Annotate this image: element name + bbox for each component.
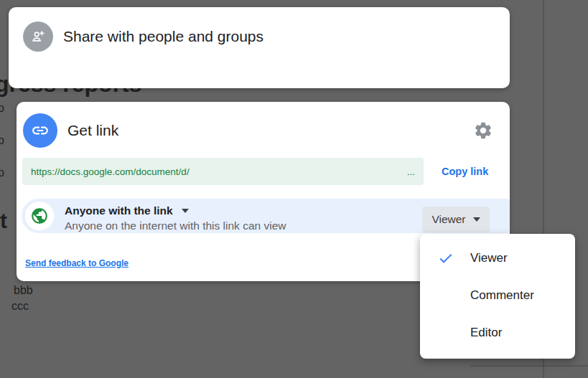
menu-item-label: Commenter	[470, 288, 534, 303]
role-dropdown-button[interactable]: Viewer	[422, 207, 490, 232]
link-url-text: https://docs.google.com/document/d/	[31, 166, 190, 177]
document-text-fragment: p	[0, 134, 4, 147]
menu-item-label: Viewer	[470, 251, 508, 265]
document-rule-horizontal	[470, 365, 588, 367]
document-text-fragment: p	[0, 102, 4, 115]
get-link-header: Get link	[23, 113, 118, 148]
link-url-ellipsis: ...	[407, 166, 415, 177]
document-text-fragment: p	[0, 166, 4, 179]
check-icon	[438, 250, 454, 266]
share-card-title: Share with people and groups	[63, 28, 263, 45]
share-with-people-card: Share with people and groups	[9, 7, 510, 88]
chevron-down-icon	[182, 209, 189, 213]
document-list-line: bbb	[14, 284, 33, 297]
menu-item-label: Editor	[470, 326, 502, 340]
document-list-line: ccc	[11, 300, 29, 313]
menu-item-viewer[interactable]: Viewer	[420, 240, 575, 277]
link-access-row: Anyone with the link Anyone on the inter…	[22, 199, 510, 233]
access-scope-label: Anyone with the link	[65, 204, 173, 217]
chevron-down-icon	[473, 217, 480, 222]
document-heading-fragment: t	[0, 209, 7, 233]
person-add-icon	[23, 22, 53, 52]
access-text-block: Anyone with the link Anyone on the inter…	[65, 204, 286, 232]
gear-icon[interactable]	[473, 121, 493, 141]
link-url-field[interactable]: https://docs.google.com/document/d/ ...	[22, 158, 424, 185]
share-dialog-screen: gress reports p p p t bbb ccc Share with…	[0, 0, 588, 378]
access-scope-description: Anyone on the internet with this link ca…	[65, 219, 286, 232]
get-link-title: Get link	[67, 122, 118, 139]
role-dropdown-label: Viewer	[431, 213, 465, 226]
globe-icon	[25, 202, 54, 230]
menu-item-commenter[interactable]: Commenter	[420, 277, 575, 314]
link-url-row: https://docs.google.com/document/d/ ... …	[22, 158, 504, 185]
role-menu: Viewer Commenter Editor	[420, 234, 575, 359]
access-scope-dropdown[interactable]: Anyone with the link	[65, 204, 286, 217]
share-card-header: Share with people and groups	[9, 7, 510, 52]
link-icon	[23, 113, 57, 148]
menu-item-editor[interactable]: Editor	[420, 314, 575, 351]
copy-link-button[interactable]: Copy link	[436, 161, 494, 181]
send-feedback-link[interactable]: Send feedback to Google	[25, 258, 129, 268]
